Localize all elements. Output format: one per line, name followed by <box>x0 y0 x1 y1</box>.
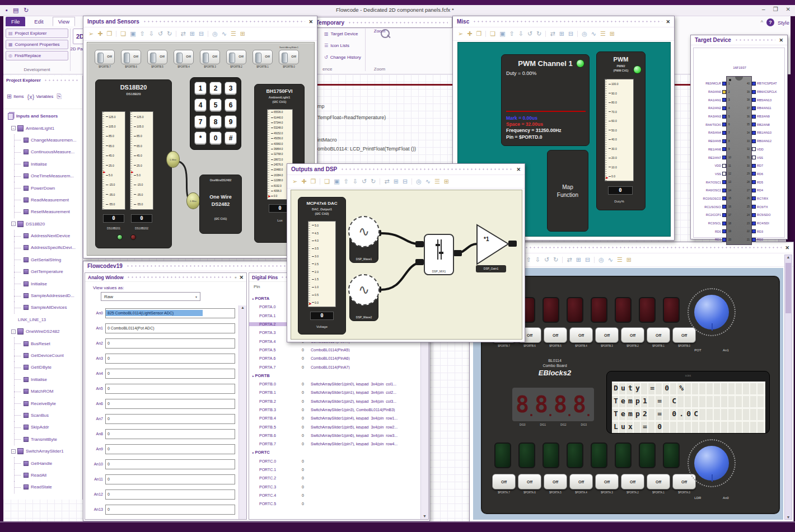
tree-item[interactable]: − AddressNextDevice <box>3 230 82 242</box>
pin-pad[interactable] <box>722 229 726 233</box>
scroll-up-icon[interactable]: ▲ <box>239 305 246 309</box>
lower-icon[interactable]: ⇩ <box>518 31 523 37</box>
expand-arrow-icon[interactable]: ▸ <box>252 297 254 300</box>
port-switch-button[interactable]: Off <box>621 474 644 489</box>
toggle-switch[interactable]: Off <box>121 50 141 64</box>
app-titlebar[interactable]: ▪▤↻ Flowcode - Dedicated 2D component pa… <box>0 5 795 16</box>
chip-pin-row[interactable]: VSS 12 <box>697 170 734 178</box>
chip-pin-row[interactable]: RC3/SCL 18 <box>697 219 734 228</box>
pin-pad[interactable] <box>722 172 726 176</box>
tree-item[interactable]: − Initialise <box>3 277 82 289</box>
group-icon[interactable]: ⊞ <box>559 31 564 37</box>
ldr-knob[interactable] <box>688 439 736 487</box>
raise-icon[interactable]: ⇧ <box>509 31 515 37</box>
ribbon-tab[interactable]: File <box>6 17 25 26</box>
onewire-ds2482-block[interactable]: OneWireDS2482 One Wire DS2482 (I2C CH1) <box>199 175 242 234</box>
scroll-up-icon[interactable]: ▲ <box>785 255 792 259</box>
digital-pin-row[interactable]: ▸PORTC <box>249 448 419 456</box>
tree-item[interactable]: − ReadState <box>3 481 82 493</box>
rotate-left-icon[interactable]: ↺ <box>362 178 367 185</box>
keypad-key[interactable]: 5 <box>209 98 222 112</box>
port-switch-button[interactable]: Off <box>647 327 670 343</box>
copy-icon[interactable]: ❐ <box>106 31 112 37</box>
pan-icon[interactable]: ✚ <box>301 178 306 185</box>
analog-value-field[interactable]: 0 <box>105 354 235 364</box>
add-component-icon[interactable]: ▣ <box>130 31 135 37</box>
chip-pin-row[interactable]: 29 RD6 <box>744 170 783 178</box>
ldr-knob-ball[interactable] <box>694 446 729 481</box>
pin-pad[interactable] <box>722 90 726 94</box>
toggle-switch[interactable]: Off <box>200 50 220 64</box>
temporary-titlebar[interactable]: Temporary <box>312 17 452 29</box>
cursor-icon[interactable]: ➢ <box>292 178 297 185</box>
style-button[interactable]: Style <box>778 20 789 26</box>
pin-pad[interactable] <box>752 139 756 143</box>
port-switch-button[interactable]: Off <box>621 327 644 343</box>
digital-pin-row[interactable]: ▸PORTC.1 0 <box>249 465 419 474</box>
red-indicator-led[interactable] <box>130 234 136 240</box>
analog-value-field[interactable]: 0 <box>105 369 235 379</box>
keypad-key[interactable]: 9 <box>225 115 237 129</box>
chip-pin-row[interactable]: 39 RB6/ICSPCLK <box>744 88 783 96</box>
pin-pad[interactable] <box>752 106 756 110</box>
pin-pad[interactable] <box>722 196 726 200</box>
temp2-value[interactable]: 0 <box>131 214 152 223</box>
tree-item[interactable]: − DS18B20 <box>3 218 82 230</box>
tab-variables[interactable]: {x} Variables <box>27 93 54 100</box>
port-switch-button[interactable]: Off <box>595 474 619 489</box>
rotate-left-icon[interactable]: ↺ <box>527 31 532 37</box>
chip-pin-row[interactable]: 21 RD2 <box>744 236 783 244</box>
pin-pad[interactable] <box>752 196 756 200</box>
pin-pad[interactable] <box>722 205 726 209</box>
target-icon[interactable]: ◎ <box>577 31 587 37</box>
tree-item[interactable]: − PowerDown <box>3 182 82 194</box>
grid2-icon[interactable]: ⊞ <box>444 178 449 185</box>
tree-item[interactable]: − MatchROM <box>3 385 82 397</box>
chip-pin-row[interactable]: 22 RD3 <box>744 227 783 236</box>
digital-pin-row[interactable]: ▸PORTB.0 0 SwitchArraySlider1(pin0), key… <box>249 380 419 388</box>
chip-pin-row[interactable]: RD1 20 <box>697 236 734 244</box>
close-icon[interactable]: ✕ <box>666 19 670 25</box>
list-icon[interactable]: ☰ <box>231 31 236 37</box>
digital-pin-row[interactable]: ▸PORTC.4 0 <box>249 491 419 500</box>
keypad-key[interactable]: 4 <box>194 98 207 112</box>
tree-item[interactable]: − GetDeviceCount <box>3 350 82 361</box>
paste-icon[interactable]: ❏ <box>116 31 126 37</box>
keypad-key[interactable]: 8 <box>209 115 222 129</box>
paste-icon[interactable]: ❏ <box>320 178 330 185</box>
raise-icon[interactable]: ⇧ <box>526 257 531 263</box>
tree-item[interactable]: − ReceiveByte <box>3 397 82 409</box>
port-switch-button[interactable]: Off <box>569 474 593 489</box>
collapse-icon[interactable]: − <box>11 329 16 334</box>
temperature-scale-2[interactable]: 125.0105.085.065.045.025.05.0-15.0-35.0-… <box>130 111 153 210</box>
close-icon[interactable]: ✕ <box>308 19 313 25</box>
outputs-titlebar[interactable]: Outputs and DSP ✕ <box>287 164 525 175</box>
toggle-switch[interactable]: Off <box>279 50 299 64</box>
list-icon[interactable]: ☰ <box>600 31 606 37</box>
copy-icon[interactable]: ❐ <box>310 178 316 185</box>
rotate-right-icon[interactable]: ↻ <box>536 31 541 37</box>
digital-pin-row[interactable]: ▸PORTC.5 0 <box>249 500 419 508</box>
ribbon-button[interactable]: ◎ Find/Replace <box>6 51 68 60</box>
port-switch-button[interactable]: Off <box>595 327 619 343</box>
scrollbar-thumb[interactable] <box>785 263 791 313</box>
maximize-button[interactable]: ❐ <box>773 6 778 12</box>
analog-value-field[interactable]: 0 <box>105 399 235 409</box>
tree-item[interactable]: − ScanBus <box>3 409 82 421</box>
close-icon[interactable]: ✕ <box>779 37 783 43</box>
tab-clipped[interactable]: ⎘ <box>57 93 62 100</box>
chip-pin-row[interactable]: 24 RC5/SDO <box>744 211 783 219</box>
flip-icon[interactable]: ⇄ <box>562 257 572 263</box>
misc-titlebar[interactable]: Misc ✕ <box>453 16 674 27</box>
target-device-canvas[interactable]: 16F1937 RE3/MCLR 1 RA0/AN0 2 <box>693 48 785 238</box>
inputs-panel-canvas[interactable]: SwitchArraySlider1 Off $PORTB.7 SwitchAr… <box>87 42 315 256</box>
close-icon[interactable]: ✕ <box>785 245 789 251</box>
chip-pin-row[interactable]: RD0 19 <box>697 227 734 236</box>
tree-item[interactable]: − TransmitByte <box>3 434 82 445</box>
chip-pin-row[interactable]: RA6/OSC2 14 <box>697 186 734 195</box>
lower-icon[interactable]: ⇩ <box>353 178 358 185</box>
chip-pin-row[interactable]: RC1/SOSCI 16 <box>697 203 734 211</box>
wave2-generator[interactable]: ∿ <box>348 274 380 305</box>
tree-item[interactable]: − BusReset <box>3 337 82 349</box>
dsp-mixer-block[interactable]: DSP_MIX1 <box>424 234 454 275</box>
